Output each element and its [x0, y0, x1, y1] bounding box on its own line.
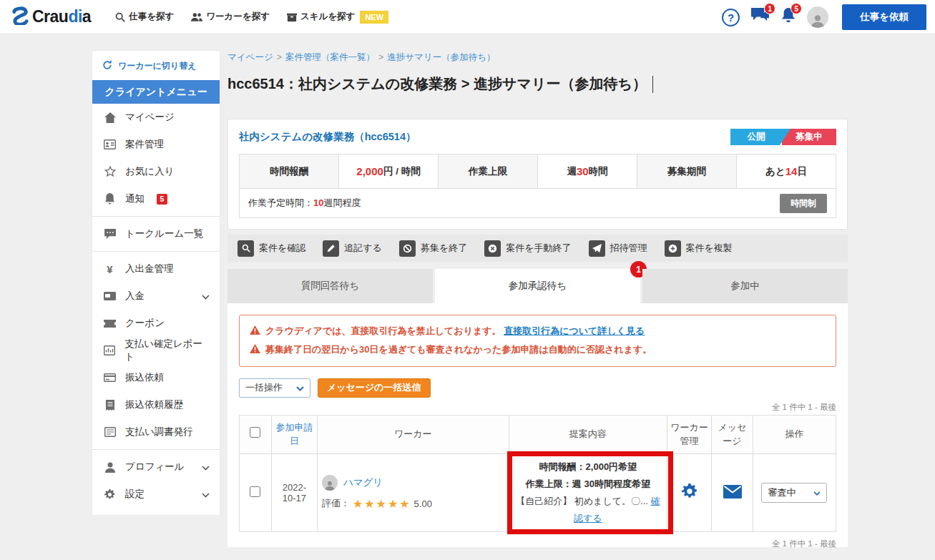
bank-card-icon: [104, 373, 116, 382]
sidebar-item-settings[interactable]: 設定: [92, 481, 220, 508]
star-rating-icons: ★★★★★: [353, 497, 411, 511]
work-limit-value: 週30時間: [537, 154, 637, 188]
action-label: 案件を手動終了: [506, 242, 571, 255]
status-badges: 公開 募集中: [730, 129, 836, 145]
chevron-down-icon: [202, 462, 210, 473]
switch-to-worker-link[interactable]: ワーカーに切り替え: [92, 51, 220, 80]
search-icon: [238, 240, 254, 257]
message-cell: [712, 453, 753, 531]
account-avatar[interactable]: [807, 6, 828, 28]
select-all-checkbox[interactable]: [250, 427, 260, 438]
help-icon: ?: [722, 9, 740, 26]
append-note-button[interactable]: 追記する: [323, 240, 382, 257]
sidebar-item-payment-record[interactable]: 支払い調書発行: [92, 418, 220, 446]
breadcrumb-projects[interactable]: 案件管理（案件一覧）: [285, 52, 375, 62]
sidebar-item-label: プロフィール: [125, 461, 185, 473]
envelope-button[interactable]: [723, 485, 742, 498]
worker-name-link[interactable]: ハマグリ: [343, 476, 383, 489]
notifications-badge: 5: [157, 194, 167, 205]
client-menu-header: クライアントメニュー: [92, 80, 220, 104]
star-icon: [104, 166, 116, 177]
nav-find-skills-label: スキルを探す: [300, 11, 355, 23]
chevron-down-icon: [202, 489, 210, 500]
sidebar-item-label: 案件管理: [125, 138, 164, 151]
search-icon: [115, 12, 125, 22]
tab-waiting-approval[interactable]: 参加承認待ち 1: [435, 269, 640, 303]
sidebar-item-notifications[interactable]: 通知 5: [92, 185, 220, 212]
main-content: マイページ>案件管理（案件一覧）>進捗サマリー（参加待ち） hcc6514：社内…: [227, 50, 848, 560]
work-limit-label: 作業上限: [438, 154, 537, 188]
tab-participating[interactable]: 参加中: [642, 269, 848, 303]
top-navigation: 仕事を探す ワーカーを探す スキルを探す NEW: [115, 11, 388, 24]
project-info-table: 時間報酬 2,000円 / 時間 作業上限 週30時間 募集期間 あと14日: [239, 154, 836, 189]
direct-deal-link[interactable]: 直接取引行為について詳しく見る: [504, 325, 645, 336]
bulk-message-button[interactable]: メッセージの一括送信: [318, 378, 431, 398]
request-job-button[interactable]: 仕事を依頼: [842, 4, 926, 30]
craudia-swirl-icon: [10, 6, 29, 28]
bulk-select-label: 一括操作: [245, 381, 283, 394]
action-label: 招待管理: [610, 242, 647, 255]
header-apply-date[interactable]: 参加申請日: [271, 415, 317, 453]
sidebar-item-label: 設定: [125, 488, 145, 501]
project-title-link[interactable]: 社内システムの改修業務（hcc6514）: [239, 130, 416, 144]
x-circle-icon: [484, 240, 501, 257]
sidebar-item-label: 入出金管理: [125, 262, 174, 275]
manual-end-button[interactable]: 案件を手動終了: [484, 240, 571, 257]
messages-button[interactable]: 1: [750, 7, 770, 27]
receipt-icon: [104, 400, 116, 411]
sidebar-item-projects[interactable]: 案件管理: [92, 131, 220, 158]
warning-line-1: クラウディアでは、直接取引行為を禁止しております。 直接取引行為について詳しく見…: [250, 322, 826, 340]
help-button[interactable]: ?: [722, 9, 740, 26]
nav-find-skills[interactable]: スキルを探す NEW: [287, 11, 388, 24]
recruit-period-label: 募集期間: [637, 154, 736, 188]
proposal-intro: 【自己紹介】 初めまして。〇... 確認する: [514, 493, 663, 527]
nav-find-workers[interactable]: ワーカーを探す: [191, 11, 270, 23]
sidebar-item-label: 入金: [125, 290, 145, 303]
select-all-header: [240, 415, 272, 453]
check-project-button[interactable]: 案件を確認: [238, 240, 305, 257]
header-proposal: 提案内容: [509, 415, 667, 453]
plus-circle-icon: [665, 240, 681, 257]
end-recruiting-button[interactable]: 募集を終了: [399, 240, 467, 257]
yen-icon: ¥: [104, 263, 116, 275]
sidebar-item-label: お気に入り: [125, 165, 174, 178]
reward-label: 時間報酬: [240, 154, 338, 188]
sidebar-item-deposit[interactable]: 入金: [92, 283, 220, 310]
sidebar: ワーカーに切り替え クライアントメニュー マイページ 案件管理 お気に入り 通知…: [92, 50, 220, 516]
craudia-logo[interactable]: Craudia: [10, 6, 91, 28]
bulk-operation-select[interactable]: 一括操作: [239, 378, 310, 398]
tab-waiting-answers[interactable]: 質問回答待ち: [227, 269, 433, 303]
worker-manage-gear-button[interactable]: [682, 483, 697, 499]
pagination-top: 全 1 件中 1 - 最後: [239, 402, 836, 413]
box-icon: [287, 12, 297, 22]
sidebar-item-profile[interactable]: プロフィール: [92, 453, 220, 481]
breadcrumb-mypage[interactable]: マイページ: [227, 52, 273, 62]
notifications-button[interactable]: 5: [780, 7, 796, 27]
row-checkbox[interactable]: [250, 486, 260, 497]
sidebar-divider: [92, 216, 220, 217]
proposal-reward: 時間報酬：2,000円希望: [514, 458, 663, 476]
action-label: 案件を確認: [259, 242, 305, 255]
sidebar-item-cashflow[interactable]: ¥ 入出金管理: [92, 255, 220, 283]
chevron-down-icon: [202, 291, 210, 302]
sidebar-item-transfer-history[interactable]: 振込依頼履歴: [92, 391, 220, 418]
sidebar-item-label: 支払い確定レポート: [124, 338, 208, 363]
sidebar-item-label: クーポン: [125, 317, 165, 330]
tab-label: 参加承認待ち: [509, 280, 567, 291]
sidebar-item-favorites[interactable]: お気に入り: [92, 158, 220, 185]
sidebar-item-payment-report[interactable]: 支払い確定レポート: [92, 337, 220, 364]
sidebar-item-mypage[interactable]: マイページ: [92, 104, 220, 131]
tab-panel: クラウディアでは、直接取引行為を禁止しております。 直接取引行為について詳しく見…: [227, 303, 848, 547]
applicant-row: 2022- 10-17 ハマグリ 評価： ★★★★★ 5.00: [240, 453, 836, 531]
sidebar-item-transfer-request[interactable]: 振込依頼: [92, 364, 220, 391]
new-badge: NEW: [360, 11, 388, 24]
review-status-select[interactable]: 審査中: [761, 483, 827, 503]
sidebar-item-coupons[interactable]: クーポン: [92, 310, 220, 337]
home-icon: [104, 112, 116, 123]
duplicate-project-button[interactable]: 案件を複製: [665, 240, 733, 257]
sidebar-item-talkrooms[interactable]: トークルーム一覧: [92, 220, 220, 247]
operations-cell: 審査中: [753, 453, 836, 531]
breadcrumb-progress[interactable]: 進捗サマリー（参加待ち）: [387, 52, 495, 62]
gear-icon: [104, 489, 116, 500]
nav-find-jobs[interactable]: 仕事を探す: [115, 11, 174, 23]
